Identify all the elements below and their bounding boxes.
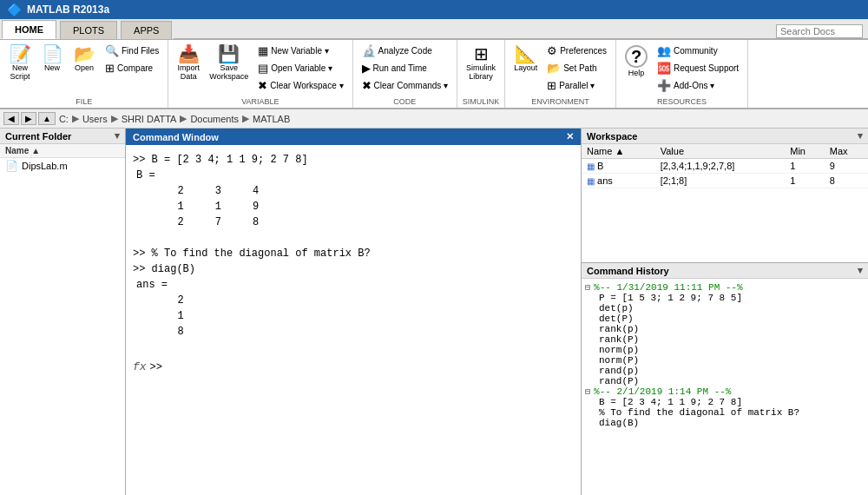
parallel-icon: ⊞ bbox=[547, 79, 556, 92]
session-2-label: %-- 2/1/2019 1:14 PM --% bbox=[594, 386, 731, 397]
open-variable-button[interactable]: ▤ Open Variable ▾ bbox=[254, 60, 346, 76]
up-button[interactable]: ▲ bbox=[38, 112, 56, 125]
layout-button[interactable]: 📐 Layout bbox=[510, 43, 541, 75]
tab-home[interactable]: HOME bbox=[2, 20, 56, 39]
parallel-button[interactable]: ⊞ Parallel ▾ bbox=[543, 77, 610, 94]
command-window-content[interactable]: >> B = [2 3 4; 1 1 9; 2 7 8] B = 2 3 4 1… bbox=[126, 145, 581, 495]
history-cmd[interactable]: B = [2 3 4; 1 1 9; 2 7 8] bbox=[585, 397, 865, 407]
expand-icon-2[interactable]: ⊟ bbox=[585, 386, 590, 397]
path-documents[interactable]: Documents bbox=[190, 114, 239, 124]
code-group-label: CODE bbox=[353, 97, 457, 106]
cmd-output-ans: ans = bbox=[133, 277, 574, 293]
ribbon-group-file: 📝 NewScript 📄 New 📂 Open 🔍 Find Files ⊞ … bbox=[0, 40, 168, 108]
history-cmd[interactable]: norm(p) bbox=[585, 345, 865, 355]
folder-column-header[interactable]: Name ▲ bbox=[0, 144, 125, 158]
cmd-prompt-symbol: >> bbox=[150, 360, 162, 375]
clear-commands-label: Clear Commands ▾ bbox=[374, 81, 449, 90]
variable-group-label: VARIABLE bbox=[168, 97, 352, 106]
simulink-library-button[interactable]: ⊞ SimulinkLibrary bbox=[463, 43, 499, 83]
search-input[interactable] bbox=[776, 24, 863, 38]
help-button[interactable]: ? Help bbox=[621, 43, 651, 80]
new-button[interactable]: 📄 New bbox=[37, 43, 67, 75]
simulink-group-label: SIMULINK bbox=[457, 97, 504, 106]
cmd-matrix-ans: 2 1 8 bbox=[133, 293, 574, 340]
command-window-header: Command Window ✕ bbox=[126, 129, 581, 145]
path-users[interactable]: Users bbox=[82, 114, 108, 124]
clear-commands-button[interactable]: ✖ Clear Commands ▾ bbox=[358, 77, 452, 94]
history-cmd[interactable]: det(p) bbox=[585, 303, 865, 314]
history-content[interactable]: ⊟ %-- 1/31/2019 11:11 PM --% P = [1 5 3;… bbox=[582, 279, 868, 495]
preferences-label: Preferences bbox=[560, 46, 607, 56]
expand-icon[interactable]: ⊟ bbox=[585, 282, 590, 293]
cmd-comment: >> % To find the diagonal of matrix B? bbox=[133, 246, 574, 261]
file-name: DipsLab.m bbox=[22, 161, 68, 171]
path-user[interactable]: SHRI DATTA bbox=[122, 114, 177, 124]
ribbon-group-simulink: ⊞ SimulinkLibrary SIMULINK bbox=[457, 40, 505, 108]
path-matlab[interactable]: MATLAB bbox=[253, 114, 290, 124]
history-cmd[interactable]: % To find the diagonal of matrix B? bbox=[585, 407, 865, 418]
help-label: Help bbox=[628, 69, 645, 77]
open-button[interactable]: 📂 Open bbox=[69, 43, 99, 75]
find-files-button[interactable]: 🔍 Find Files bbox=[102, 43, 162, 59]
table-row[interactable]: ▦ B [2,3,4;1,1,9;2,7,8] 1 9 bbox=[582, 159, 868, 174]
path-c[interactable]: C: bbox=[59, 114, 69, 124]
save-label: SaveWorkspace bbox=[209, 63, 248, 81]
cmd-input-line: fx >> bbox=[133, 359, 574, 376]
tab-apps[interactable]: APPS bbox=[121, 21, 172, 39]
community-button[interactable]: 👥 Community bbox=[654, 43, 742, 59]
file-icon: 📄 bbox=[5, 160, 18, 172]
new-variable-label: New Variable ▾ bbox=[271, 46, 329, 56]
workspace-title: Workspace bbox=[587, 131, 638, 142]
history-cmd[interactable]: rank(P) bbox=[585, 334, 865, 345]
import-data-button[interactable]: 📥 ImportData bbox=[174, 43, 203, 83]
history-cmd[interactable]: P = [1 5 3; 1 2 9; 7 8 5] bbox=[585, 293, 865, 303]
right-panels: Workspace ▾ Name ▲ Value Min Max ▦ bbox=[582, 129, 868, 495]
analyze-code-button[interactable]: 🔬 Analyze Code bbox=[358, 43, 452, 59]
back-button[interactable]: ◀ bbox=[3, 112, 19, 125]
new-variable-button[interactable]: ▦ New Variable ▾ bbox=[254, 43, 346, 59]
breadcrumb: C: ▶ Users ▶ SHRI DATTA ▶ Documents ▶ MA… bbox=[59, 113, 290, 124]
addons-icon: ➕ bbox=[657, 79, 671, 92]
workspace-menu-icon[interactable]: ▾ bbox=[858, 130, 863, 142]
clear-workspace-button[interactable]: ✖ Clear Workspace ▾ bbox=[254, 77, 346, 94]
preferences-button[interactable]: ⚙ Preferences bbox=[543, 43, 610, 59]
command-window-panel: Command Window ✕ >> B = [2 3 4; 1 1 9; 2… bbox=[126, 129, 582, 495]
set-path-button[interactable]: 📂 Set Path bbox=[543, 60, 610, 76]
forward-button[interactable]: ▶ bbox=[21, 112, 36, 125]
history-cmd[interactable]: rand(p) bbox=[585, 366, 865, 376]
history-cmd[interactable]: det(P) bbox=[585, 314, 865, 324]
save-workspace-button[interactable]: 💾 SaveWorkspace bbox=[206, 43, 252, 83]
col-name[interactable]: Name ▲ bbox=[582, 144, 655, 159]
compare-button[interactable]: ⊞ Compare bbox=[102, 60, 162, 76]
history-menu-icon[interactable]: ▾ bbox=[858, 265, 863, 276]
col-value[interactable]: Value bbox=[655, 144, 786, 159]
workspace-panel: Workspace ▾ Name ▲ Value Min Max ▦ bbox=[582, 129, 868, 263]
history-cmd[interactable]: rank(p) bbox=[585, 324, 865, 334]
var-b-min: 1 bbox=[785, 159, 825, 174]
history-cmd[interactable]: norm(P) bbox=[585, 355, 865, 366]
add-ons-button[interactable]: ➕ Add-Ons ▾ bbox=[654, 77, 742, 94]
community-label: Community bbox=[674, 46, 718, 56]
col-max[interactable]: Max bbox=[825, 144, 868, 159]
run-time-button[interactable]: ▶ Run and Time bbox=[358, 60, 452, 76]
workspace-header: Workspace ▾ bbox=[582, 129, 868, 144]
cmd-output-b: B = bbox=[133, 168, 574, 183]
open-label: Open bbox=[75, 63, 94, 72]
col-min[interactable]: Min bbox=[785, 144, 825, 159]
new-icon: 📄 bbox=[42, 45, 63, 63]
help-icon: ? bbox=[625, 45, 648, 68]
history-cmd[interactable]: rand(P) bbox=[585, 376, 865, 386]
session-1-label: %-- 1/31/2019 11:11 PM --% bbox=[594, 282, 743, 293]
folder-panel-menu-icon[interactable]: ▾ bbox=[115, 130, 120, 142]
request-support-button[interactable]: 🆘 Request Support bbox=[654, 60, 742, 76]
new-script-button[interactable]: 📝 NewScript bbox=[5, 43, 35, 83]
history-cmd[interactable]: diag(B) bbox=[585, 418, 865, 428]
simulink-icon: ⊞ bbox=[474, 45, 489, 63]
tab-plots[interactable]: PLOTS bbox=[60, 21, 117, 39]
command-window-close-icon[interactable]: ✕ bbox=[566, 131, 574, 142]
command-window-title: Command Window bbox=[133, 132, 219, 142]
var-ans-name: ▦ ans bbox=[582, 174, 655, 188]
list-item[interactable]: 📄 DipsLab.m bbox=[0, 158, 125, 174]
new-script-label: NewScript bbox=[10, 63, 30, 81]
table-row[interactable]: ▦ ans [2;1;8] 1 8 bbox=[582, 174, 868, 188]
